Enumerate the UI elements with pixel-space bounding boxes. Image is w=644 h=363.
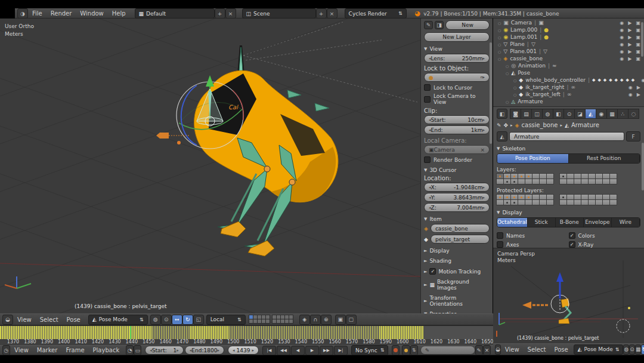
current-frame-field[interactable]: ◂1439▸ xyxy=(228,346,259,355)
menu-view[interactable]: View xyxy=(13,316,36,323)
jump-to-prev-keyframe-button[interactable]: ◀◀ xyxy=(277,346,290,355)
outliner-row[interactable]: ○◆whole_body_controller|◆◆◆◆◆◆◆◆◉▶ xyxy=(494,76,643,84)
restrict-render-icon[interactable]: ▣ xyxy=(636,56,640,61)
cursor3d-panel-header[interactable]: ▼3D Cursor xyxy=(424,167,490,173)
outliner-row[interactable]: ○◈cassie_bone◉▶▣ xyxy=(494,55,643,62)
restrict-eye-icon[interactable]: ◉ xyxy=(620,20,624,26)
mode-selector[interactable]: ◭ Pose Mode ⇅ xyxy=(88,315,148,325)
tab-physics[interactable]: ◌ xyxy=(628,109,639,119)
expand-toggle-icon[interactable]: ○ xyxy=(513,78,516,82)
clip-end-field[interactable]: ◂End: 1km▸ xyxy=(424,125,490,134)
jump-to-end-button[interactable]: ▶| xyxy=(334,346,348,355)
eyedropper-icon[interactable]: ✑ xyxy=(480,75,485,81)
camera-layers-icon[interactable]: ▦ xyxy=(635,344,642,355)
outliner-item-name[interactable]: Pose xyxy=(518,70,530,76)
add-layout-button[interactable]: + xyxy=(215,8,225,19)
display-panel-header[interactable]: ▼Display xyxy=(497,210,640,216)
checkbox-axes[interactable]: Axes xyxy=(497,241,569,248)
tab-render-layers[interactable]: ▤ xyxy=(521,109,532,119)
viewport-layer-cell[interactable] xyxy=(265,319,270,324)
restrict-eye-icon[interactable]: ◉ xyxy=(641,78,644,83)
view-panel-header[interactable]: ▼View xyxy=(424,46,490,52)
expand-toggle-icon[interactable]: ○ xyxy=(513,85,516,90)
outliner-scrollbar[interactable] xyxy=(641,22,643,57)
restrict-eye-icon[interactable]: ◉ xyxy=(628,85,633,90)
panel-motion-tracking[interactable]: ►✓Motion Tracking xyxy=(424,268,490,275)
expand-toggle-icon[interactable]: ○ xyxy=(506,64,509,68)
armature-id-icon[interactable]: ◭ xyxy=(497,131,507,141)
tab-world[interactable]: ◍ xyxy=(542,109,553,119)
camera-manipulator-rotate-button[interactable]: ↻ xyxy=(641,344,644,355)
add-scene-button[interactable]: + xyxy=(316,8,327,19)
display-mode-stick[interactable]: Stick xyxy=(528,218,556,227)
breadcrumb-data[interactable]: Armature xyxy=(571,122,599,128)
expand-toggle-icon[interactable]: ○ xyxy=(498,28,501,32)
sync-mode-selector[interactable]: No Sync⇅ xyxy=(351,345,388,355)
snap-magnet-button[interactable]: ∩ xyxy=(310,315,321,325)
outliner-item-name[interactable]: ik_target_left xyxy=(525,91,561,97)
menu-pose[interactable]: Pose xyxy=(63,316,85,323)
panel-checkbox[interactable]: ✓ xyxy=(429,268,436,275)
cursor-y-field[interactable]: ◂Y: 3.8643mm▸ xyxy=(424,193,490,202)
grease-pencil-layer-icon[interactable]: ◨ xyxy=(435,21,444,29)
new-layer-button[interactable]: New Layer xyxy=(424,32,490,42)
render-border-row[interactable]: Render Border xyxy=(424,156,490,163)
jump-to-start-button[interactable]: |◀ xyxy=(262,346,276,355)
menu-marker[interactable]: Marker xyxy=(33,347,62,353)
local-camera-field[interactable]: ▣ Camera × xyxy=(424,145,490,154)
render-opengl-anim-button[interactable]: ▢ xyxy=(346,315,357,325)
tab-constraints[interactable]: ⊙ xyxy=(564,109,575,119)
expand-toggle-icon[interactable]: ○ xyxy=(513,93,516,97)
outliner-item-name[interactable]: Lamp.000 xyxy=(510,27,537,33)
outliner-row[interactable]: ○◭Pose xyxy=(494,69,643,76)
tab-modifiers[interactable]: ◪ xyxy=(574,109,586,119)
render-engine-selector[interactable]: Cycles Render ⇅ xyxy=(345,8,407,19)
outliner-item-name[interactable]: Animation xyxy=(518,63,546,69)
outliner-row[interactable]: ○▽Plane.001|▽◉▶▣ xyxy=(494,48,643,55)
checkbox-box[interactable] xyxy=(497,241,503,248)
display-mode-wire[interactable]: Wire xyxy=(612,218,640,227)
play-reverse-button[interactable]: ◀ xyxy=(291,346,305,355)
tab-object[interactable]: ◧ xyxy=(553,109,564,119)
checkbox-box[interactable]: ✓ xyxy=(569,241,575,248)
play-button[interactable]: ▶ xyxy=(305,346,319,355)
editor-type-3d-icon-2[interactable]: ◒ xyxy=(495,344,501,355)
outliner-row[interactable]: ○◆ik_target_right|∞◉▶ xyxy=(494,84,643,91)
gp-new-button[interactable]: New xyxy=(445,20,490,30)
outliner-row[interactable]: ○◉Lamp.001|●◉▶▣ xyxy=(494,33,643,41)
menu-frame[interactable]: Frame xyxy=(61,347,88,353)
rest-position-button[interactable]: Rest Position xyxy=(569,154,640,163)
lens-field[interactable]: ◂Lens: 250mm▸ xyxy=(424,54,490,63)
camera-pivot-selector[interactable]: ⊙ xyxy=(629,344,635,355)
outliner-item-name[interactable]: whole_body_controller xyxy=(525,77,586,83)
restrict-render-icon[interactable]: ▣ xyxy=(636,35,640,40)
checkbox-colors[interactable]: ✓Colors xyxy=(569,232,641,239)
menu-render[interactable]: Render xyxy=(47,10,76,17)
editor-type-info-icon[interactable]: ◑ xyxy=(17,8,28,19)
camera-mode-selector[interactable]: ◭ Pose Mode⇅ xyxy=(574,344,624,355)
menu-view[interactable]: View xyxy=(10,347,33,353)
cursor-x-field[interactable]: ◂X: -1.9048cm▸ xyxy=(424,183,490,192)
restrict-pointer-icon[interactable]: ▶ xyxy=(637,85,640,90)
outliner-item-name[interactable]: Plane xyxy=(510,41,525,47)
layer-cell[interactable] xyxy=(609,199,617,205)
expand-toggle-icon[interactable]: ○ xyxy=(506,71,509,75)
lock-to-scene-icon[interactable]: ◈ xyxy=(299,315,310,325)
restrict-pointer-icon[interactable]: ▶ xyxy=(628,49,631,54)
menu-select[interactable]: Select xyxy=(524,346,550,353)
outliner-item-name[interactable]: Armature xyxy=(518,99,543,104)
restrict-pointer-icon[interactable]: ▶ xyxy=(628,56,631,61)
outliner-row[interactable]: ○▽Plane|▽◉▶▣ xyxy=(494,41,643,48)
outliner-row[interactable]: ○◉Lamp.000|●◉▶▣ xyxy=(494,26,643,33)
outliner-item-name[interactable]: ik_target_right xyxy=(525,84,564,90)
lock-camera-row[interactable]: Lock Camera to View xyxy=(424,93,490,105)
outliner-row[interactable]: ○◆ik_target_left|∞◉▶ xyxy=(494,91,643,98)
skeleton-panel-header[interactable]: ▼Skeleton xyxy=(497,146,640,152)
record-button[interactable] xyxy=(392,345,400,355)
checkbox-box[interactable]: ✓ xyxy=(569,232,575,239)
restrict-eye-icon[interactable]: ◉ xyxy=(620,49,624,54)
outliner-row[interactable]: ○▣Camera|▣◉▶▣ xyxy=(494,19,643,26)
timeline-ruler[interactable]: 1370138013901400141014201430144014501460… xyxy=(0,339,493,345)
menu-pose[interactable]: Pose xyxy=(550,346,572,353)
checkbox-x-ray[interactable]: ✓X-Ray xyxy=(569,241,641,248)
